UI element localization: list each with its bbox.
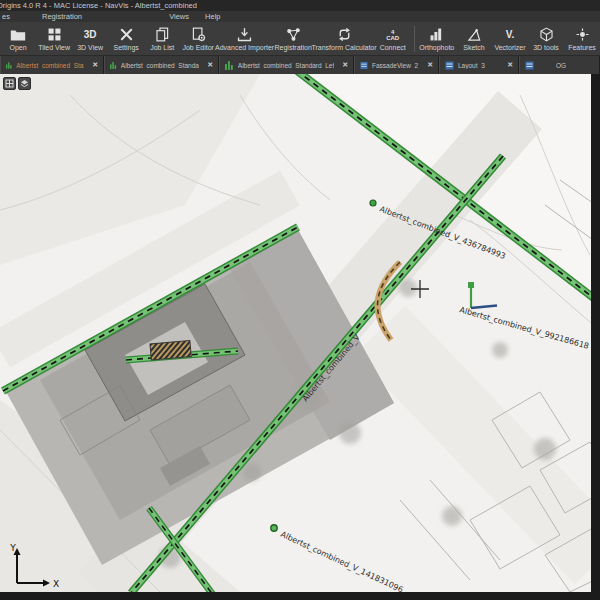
- 3d-tools-button[interactable]: 3D tools: [528, 22, 564, 56]
- orthophoto-tab-icon: [110, 61, 117, 70]
- connect-button[interactable]: 4 CAD Connect: [375, 22, 411, 56]
- title-bar: Origins 4.0 R 4 - MAC License - NavVis -…: [0, 0, 600, 11]
- map-layers-button[interactable]: [18, 77, 31, 90]
- open-button[interactable]: Open: [0, 22, 36, 56]
- tab-layout-3[interactable]: Layout_3 ✕: [439, 56, 519, 74]
- orthophoto-tab-icon: [6, 61, 12, 70]
- menu-item-files[interactable]: es: [2, 11, 10, 22]
- tab-standard-left[interactable]: Albertst_combined_Standard_Left ✕: [219, 56, 354, 74]
- layout-tab-icon: [525, 61, 534, 70]
- map-toolbuttons: [3, 77, 31, 90]
- window-title: Origins 4.0 R 4 - MAC License - NavVis -…: [0, 0, 197, 11]
- orthophoto-button[interactable]: Orthophoto: [417, 22, 456, 56]
- features-button[interactable]: Features: [564, 22, 600, 56]
- scan-position-dot[interactable]: [370, 200, 376, 206]
- 3d-view-button[interactable]: 3D 3D View: [72, 22, 108, 56]
- grid-icon: [5, 79, 14, 88]
- canvas-bottom-gutter: [0, 592, 600, 600]
- vectorizer-icon: V.: [506, 25, 515, 44]
- sketch-button[interactable]: Sketch: [456, 22, 492, 56]
- job-editor-button[interactable]: Job Editor: [180, 22, 216, 56]
- application-window: Origins 4.0 R 4 - MAC License - NavVis -…: [0, 0, 600, 600]
- tab-og[interactable]: OG: [519, 56, 600, 74]
- canvas-right-gutter: [591, 74, 600, 600]
- tab-standard-top[interactable]: Albertst_combined_Standard_Top ✕: [0, 56, 104, 74]
- close-tab-icon[interactable]: ✕: [423, 61, 433, 69]
- map-viewport[interactable]: Albertst_combined_V_436784993 Albertst_c…: [0, 74, 591, 592]
- menu-item-registration[interactable]: Registration: [42, 11, 82, 22]
- settings-icon: [118, 25, 135, 44]
- axis-y-label: Y: [9, 543, 16, 553]
- transform-calculator-button[interactable]: Transform Calculator: [313, 22, 374, 56]
- menu-item-help[interactable]: Help: [205, 11, 220, 22]
- menu-item-views[interactable]: Views: [169, 11, 189, 22]
- 3d-view-icon: 3D: [84, 25, 97, 44]
- job-editor-icon: [190, 25, 207, 44]
- layout-tab-icon: [445, 61, 454, 70]
- features-icon: [574, 25, 591, 44]
- orthophoto-tab-icon: [225, 61, 234, 70]
- job-list-button[interactable]: Job List: [144, 22, 180, 56]
- tab-fassadeview[interactable]: FassadeView_2_1 ✕: [354, 56, 439, 74]
- map-grid-button[interactable]: [3, 77, 16, 90]
- tiled-view-icon: [46, 25, 63, 44]
- scan-position-dot[interactable]: [271, 525, 277, 531]
- tab-standard-front[interactable]: Albertst_combined_Standard_Front ✕: [104, 56, 219, 74]
- menu-bar: es Registration Views Help: [0, 11, 600, 22]
- orthophoto-icon: [428, 25, 445, 44]
- toolbar-separator: [414, 26, 415, 52]
- 3d-tools-cube-icon: [538, 25, 555, 44]
- settings-button[interactable]: Settings: [108, 22, 144, 56]
- sketch-icon: [466, 25, 483, 44]
- orthophoto-map[interactable]: Albertst_combined_V_436784993 Albertst_c…: [0, 74, 591, 592]
- advanced-importer-icon: [236, 25, 253, 44]
- sketch-hatch-box[interactable]: [150, 341, 191, 360]
- registration-icon: [285, 25, 302, 44]
- close-tab-icon[interactable]: ✕: [503, 61, 513, 69]
- vectorizer-button[interactable]: V. Vectorizer: [492, 22, 528, 56]
- close-tab-icon[interactable]: ✕: [203, 61, 213, 69]
- transform-calculator-icon: [336, 25, 353, 44]
- registration-button[interactable]: Registration: [273, 22, 313, 56]
- layers-icon: [20, 79, 29, 88]
- job-list-icon: [154, 25, 171, 44]
- main-toolbar: Open Tiled View 3D 3D View Settings: [0, 22, 600, 56]
- open-folder-icon: [9, 25, 27, 44]
- axis-x-label: X: [53, 579, 59, 589]
- layout-tab-icon: [360, 61, 368, 70]
- close-tab-icon[interactable]: ✕: [338, 61, 348, 69]
- connect-cad-icon: 4 CAD: [386, 25, 399, 44]
- tiled-view-button[interactable]: Tiled View: [36, 22, 72, 56]
- close-tab-icon[interactable]: ✕: [88, 61, 98, 69]
- advanced-importer-button[interactable]: Advanced Importer: [216, 22, 273, 56]
- view-tab-bar: Albertst_combined_Standard_Top ✕ Alberts…: [0, 56, 600, 74]
